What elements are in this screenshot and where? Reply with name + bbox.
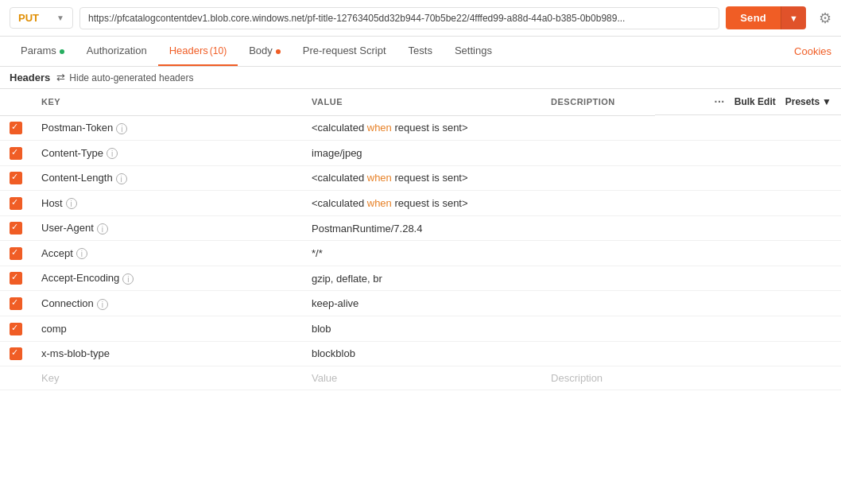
row-actions-cell bbox=[655, 316, 841, 342]
row-description-cell bbox=[541, 141, 655, 166]
row-key: Content-Length bbox=[41, 172, 113, 184]
row-key-cell: Hosti bbox=[32, 191, 302, 216]
row-checkbox[interactable] bbox=[10, 297, 22, 310]
tab-body[interactable]: Body bbox=[238, 37, 292, 66]
info-icon[interactable]: i bbox=[76, 248, 87, 259]
hide-auto-headers-button[interactable]: ⇄ Hide auto-generated headers bbox=[56, 72, 193, 83]
row-checkbox[interactable] bbox=[10, 172, 22, 184]
tab-headers[interactable]: Headers(10) bbox=[158, 37, 238, 66]
placeholder-key[interactable]: Key bbox=[32, 366, 302, 390]
row-description-cell bbox=[541, 291, 655, 316]
th-key: KEY bbox=[32, 89, 302, 115]
row-description-cell bbox=[541, 316, 655, 342]
info-icon[interactable]: i bbox=[66, 198, 77, 209]
placeholder-row: KeyValueDescription bbox=[0, 366, 841, 390]
row-value-cell[interactable]: PostmanRuntime/7.28.4 bbox=[302, 215, 541, 241]
th-description: DESCRIPTION bbox=[541, 89, 655, 115]
placeholder-value[interactable]: Value bbox=[302, 366, 541, 390]
row-checkbox[interactable] bbox=[10, 347, 22, 360]
body-dot bbox=[276, 49, 281, 54]
row-value-cell[interactable]: <calculated when request is sent> bbox=[302, 191, 541, 216]
cookies-link[interactable]: Cookies bbox=[794, 45, 831, 57]
row-value-cell[interactable]: blob bbox=[302, 316, 541, 342]
more-options-icon[interactable]: ··· bbox=[715, 95, 725, 108]
row-checkbox[interactable] bbox=[10, 122, 22, 134]
table-row: Postman-Tokeni<calculated when request i… bbox=[0, 115, 841, 141]
row-actions-cell bbox=[655, 241, 841, 266]
tabs-row: Params Authorization Headers(10) Body Pr… bbox=[0, 37, 841, 67]
params-dot bbox=[60, 49, 64, 54]
row-actions-cell bbox=[655, 115, 841, 141]
info-icon[interactable]: i bbox=[107, 148, 118, 159]
row-key: comp bbox=[41, 323, 67, 335]
table-row: Hosti<calculated when request is sent> bbox=[0, 191, 841, 216]
row-checkbox[interactable] bbox=[10, 323, 22, 335]
tab-prerequest[interactable]: Pre-request Script bbox=[292, 37, 397, 66]
row-value-cell[interactable]: gzip, deflate, br bbox=[302, 266, 541, 291]
settings-icon[interactable]: ⚙ bbox=[819, 10, 831, 27]
table-row: Accept-Encodingigzip, deflate, br bbox=[0, 266, 841, 291]
url-input[interactable]: https://pfcatalogcontentdev1.blob.core.w… bbox=[79, 7, 719, 29]
info-icon[interactable]: i bbox=[116, 173, 127, 184]
table-row: Content-Typeiimage/jpeg bbox=[0, 141, 841, 166]
row-value-cell[interactable]: image/jpeg bbox=[302, 141, 541, 166]
method-select[interactable]: PUT ▼ bbox=[10, 7, 73, 29]
hide-auto-label: Hide auto-generated headers bbox=[69, 72, 193, 83]
row-key-cell: comp bbox=[32, 316, 302, 342]
row-description-cell bbox=[541, 191, 655, 216]
row-checkbox[interactable] bbox=[10, 247, 22, 260]
row-description-cell bbox=[541, 341, 655, 366]
row-key-cell: Content-Lengthi bbox=[32, 165, 302, 191]
placeholder-description[interactable]: Description bbox=[541, 366, 655, 390]
tab-settings[interactable]: Settings bbox=[444, 37, 503, 66]
row-description-cell bbox=[541, 115, 655, 141]
sub-header: Headers ⇄ Hide auto-generated headers bbox=[0, 67, 841, 89]
row-key: x-ms-blob-type bbox=[41, 347, 110, 359]
info-icon[interactable]: i bbox=[97, 223, 108, 235]
row-key: Accept bbox=[41, 247, 73, 259]
send-button[interactable]: Send bbox=[726, 6, 781, 29]
th-value: VALUE bbox=[302, 89, 541, 115]
row-value-cell[interactable]: */* bbox=[302, 241, 541, 266]
row-description-cell bbox=[541, 165, 655, 191]
row-actions-cell bbox=[655, 215, 841, 241]
headers-section-title: Headers bbox=[10, 72, 50, 83]
row-key-cell: Accept-Encodingi bbox=[32, 266, 302, 291]
row-checkbox[interactable] bbox=[10, 147, 22, 160]
presets-button[interactable]: Presets ▼ bbox=[785, 96, 831, 107]
tab-tests[interactable]: Tests bbox=[397, 37, 444, 66]
tab-authorization[interactable]: Authorization bbox=[76, 37, 158, 66]
info-icon[interactable]: i bbox=[97, 299, 108, 310]
table-row: Content-Lengthi<calculated when request … bbox=[0, 165, 841, 191]
bulk-edit-button[interactable]: Bulk Edit bbox=[734, 96, 776, 107]
row-value-cell[interactable]: blockblob bbox=[302, 341, 541, 366]
row-actions-cell bbox=[655, 341, 841, 366]
row-checkbox[interactable] bbox=[10, 272, 22, 285]
row-value-cell[interactable]: <calculated when request is sent> bbox=[302, 115, 541, 141]
row-key-cell: Content-Typei bbox=[32, 141, 302, 166]
row-checkbox[interactable] bbox=[10, 197, 22, 210]
row-key-cell: User-Agenti bbox=[32, 215, 302, 241]
row-key: Connection bbox=[41, 297, 94, 309]
row-value-cell[interactable]: keep-alive bbox=[302, 291, 541, 316]
table-row: Connectionikeep-alive bbox=[0, 291, 841, 316]
info-icon[interactable]: i bbox=[116, 123, 127, 134]
hide-icon: ⇄ bbox=[56, 72, 65, 83]
send-dropdown-button[interactable]: ▼ bbox=[781, 6, 806, 29]
table-row: x-ms-blob-typeblockblob bbox=[0, 341, 841, 366]
row-value-cell[interactable]: <calculated when request is sent> bbox=[302, 165, 541, 191]
row-actions-cell bbox=[655, 266, 841, 291]
info-icon[interactable]: i bbox=[122, 273, 134, 285]
row-key: Host bbox=[41, 197, 63, 209]
headers-table: KEY VALUE DESCRIPTION ··· Bulk Edit Pres… bbox=[0, 89, 841, 390]
row-key-cell: x-ms-blob-type bbox=[32, 341, 302, 366]
row-checkbox[interactable] bbox=[10, 222, 22, 235]
row-key: Content-Type bbox=[41, 147, 103, 159]
top-bar: PUT ▼ https://pfcatalogcontentdev1.blob.… bbox=[0, 0, 841, 37]
row-key: User-Agent bbox=[41, 222, 94, 234]
tab-params[interactable]: Params bbox=[10, 37, 76, 66]
row-key-cell: Connectioni bbox=[32, 291, 302, 316]
table-row: User-AgentiPostmanRuntime/7.28.4 bbox=[0, 215, 841, 241]
method-label: PUT bbox=[18, 12, 39, 24]
send-button-group: Send ▼ bbox=[726, 6, 806, 29]
